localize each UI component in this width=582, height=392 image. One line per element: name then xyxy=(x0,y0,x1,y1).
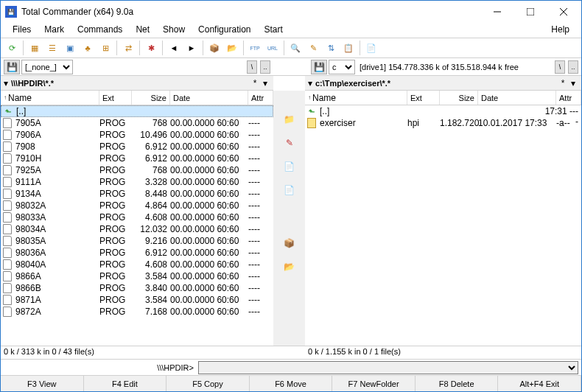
file-row[interactable]: 7925A PROG 768 00.00.0000 60:60 ---- xyxy=(1,164,273,176)
view-brief-icon[interactable]: ▦ xyxy=(27,40,43,56)
mid-move-icon[interactable]: 📄 xyxy=(281,182,298,198)
close-button[interactable] xyxy=(547,1,580,22)
file-row[interactable]: 98040A PROG 4.608 00.00.0000 60:60 ---- xyxy=(1,259,273,270)
notepad-icon[interactable]: 📄 xyxy=(363,40,379,56)
search-icon[interactable]: 🔍 xyxy=(287,40,304,56)
left-history-icon[interactable]: ▾ xyxy=(260,78,270,88)
right-col-ext[interactable]: Ext xyxy=(407,91,440,105)
right-drive-select[interactable]: c xyxy=(329,60,355,74)
file-row[interactable]: 98036A PROG 6.912 00.00.0000 60:60 ---- xyxy=(1,247,273,259)
file-row[interactable]: 9866B PROG 3.840 00.00.0000 60:60 ---- xyxy=(1,282,273,294)
cmdline-prompt: \\\HPDIR> xyxy=(4,363,195,372)
swap-panels-icon[interactable]: ⇄ xyxy=(120,40,136,56)
cmdline-input[interactable] xyxy=(198,361,578,374)
file-row[interactable]: exerciser hpi 1.182.720 10.01.2017 17:33… xyxy=(305,117,581,129)
updir-row[interactable]: ⬑ [..] 29.06.2017 17:31 ---- xyxy=(305,105,581,117)
f3-view[interactable]: F3 View xyxy=(1,376,84,391)
file-row[interactable]: 7910H PROG 6.912 00.00.0000 60:60 ---- xyxy=(1,153,273,164)
view-full-icon[interactable]: ☰ xyxy=(44,40,60,56)
right-favorites-icon[interactable]: * xyxy=(558,78,568,88)
left-path-dropdown-icon[interactable]: ▾ xyxy=(4,78,11,88)
mid-pack-icon[interactable]: 📦 xyxy=(281,235,298,251)
file-row[interactable]: 7906A PROG 10.496 00.00.0000 60:60 ---- xyxy=(1,129,273,141)
f6-move[interactable]: F6 Move xyxy=(250,376,333,391)
right-col-attr[interactable]: Attr xyxy=(556,91,581,105)
forward-icon[interactable]: ► xyxy=(183,40,200,56)
multirename-icon[interactable]: ✎ xyxy=(305,40,321,56)
file-row[interactable]: 98035A PROG 9.216 00.00.0000 60:60 ---- xyxy=(1,235,273,247)
right-history-icon[interactable]: ▾ xyxy=(568,78,578,88)
right-col-name[interactable]: ↑Name xyxy=(305,91,407,105)
back-icon[interactable]: ◄ xyxy=(166,40,182,56)
right-drive-info: [drive1] 154.778.336 k of 315.518.944 k … xyxy=(360,63,519,71)
left-up-button[interactable]: .. xyxy=(260,60,270,74)
mid-edit-icon[interactable]: ✎ xyxy=(281,135,298,151)
unpack-icon[interactable]: 📂 xyxy=(224,40,240,56)
file-row[interactable]: 9111A PROG 3.328 00.00.0000 60:60 ---- xyxy=(1,176,273,188)
copy-names-icon[interactable]: 📋 xyxy=(340,40,357,56)
sync-icon[interactable]: ⇅ xyxy=(323,40,339,56)
right-root-button[interactable]: \ xyxy=(555,60,565,74)
file-name: 7906A xyxy=(14,130,99,140)
url-icon[interactable]: URL xyxy=(264,40,281,56)
left-col-ext[interactable]: Ext xyxy=(99,91,132,105)
file-row[interactable]: 98033A PROG 4.608 00.00.0000 60:60 ---- xyxy=(1,211,273,223)
updir-row[interactable]: ⬑ [..] xyxy=(1,105,273,117)
menu-configuration[interactable]: Configuration xyxy=(192,23,256,38)
alt-f4-exit[interactable]: Alt+F4 Exit xyxy=(498,376,581,391)
maximize-button[interactable] xyxy=(513,1,547,22)
tree-icon[interactable]: ♣ xyxy=(80,40,96,56)
right-path-dropdown-icon[interactable]: ▾ xyxy=(308,78,315,88)
left-col-name[interactable]: ↑Name xyxy=(1,91,99,105)
file-size: 3.328 xyxy=(132,177,170,187)
left-root-button[interactable]: \ xyxy=(247,60,257,74)
menu-show[interactable]: Show xyxy=(157,23,191,38)
menu-commands[interactable]: Commands xyxy=(71,23,128,38)
right-up-button[interactable]: .. xyxy=(568,60,578,74)
left-col-size[interactable]: Size xyxy=(132,91,170,105)
file-row[interactable]: 98032A PROG 4.864 00.00.0000 60:60 ---- xyxy=(1,200,273,211)
file-attr: ---- xyxy=(248,118,273,128)
view-custom-icon[interactable]: ⊞ xyxy=(97,40,113,56)
menu-files[interactable]: Files xyxy=(7,23,37,38)
left-favorites-icon[interactable]: * xyxy=(250,78,260,88)
file-row[interactable]: 9872A PROG 7.168 00.00.0000 60:60 ---- xyxy=(1,306,273,318)
menu-start[interactable]: Start xyxy=(258,23,288,38)
refresh-icon[interactable]: ⟳ xyxy=(4,40,20,56)
file-row[interactable]: 7905A PROG 768 00.00.0000 60:60 ---- xyxy=(1,117,273,129)
right-drive-button[interactable]: 💾 xyxy=(311,60,327,74)
pack-icon[interactable]: 📦 xyxy=(206,40,222,56)
mid-newfolder-icon[interactable]: 📂 xyxy=(281,259,298,275)
left-filelist[interactable]: ⬑ [..] 7905A PROG 768 00.00.0000 60:60 -… xyxy=(1,105,273,346)
right-filelist[interactable]: ⬑ [..] 29.06.2017 17:31 ---- exerciser h… xyxy=(305,105,581,346)
invert-selection-icon[interactable]: ✱ xyxy=(143,40,159,56)
function-keys: F3 View F4 Edit F5 Copy F6 Move F7 NewFo… xyxy=(1,375,581,391)
right-col-date[interactable]: Date xyxy=(478,91,556,105)
left-drive-button[interactable]: 💾 xyxy=(4,60,20,74)
file-icon xyxy=(3,224,12,234)
right-path[interactable]: c:\Tmp\exerciser\*.* xyxy=(315,79,558,88)
f8-delete[interactable]: F8 Delete xyxy=(416,376,499,391)
mid-copy-icon[interactable]: 📄 xyxy=(281,158,298,175)
left-panel: ↑Name Ext Size Date Attr ⬑ [..] 7905A PR… xyxy=(1,91,273,346)
ftp-icon[interactable]: FTP xyxy=(247,40,263,56)
minimize-button[interactable] xyxy=(480,1,513,22)
f4-edit[interactable]: F4 Edit xyxy=(84,376,167,391)
menu-net[interactable]: Net xyxy=(130,23,155,38)
view-thumbs-icon[interactable]: ▣ xyxy=(62,40,78,56)
menu-help[interactable]: Help xyxy=(545,23,575,38)
file-row[interactable]: 9871A PROG 3.584 00.00.0000 60:60 ---- xyxy=(1,294,273,306)
left-col-attr[interactable]: Attr xyxy=(248,91,273,105)
f7-newfolder[interactable]: F7 NewFolder xyxy=(332,376,416,391)
file-row[interactable]: 9866A PROG 3.584 00.00.0000 60:60 ---- xyxy=(1,270,273,282)
f5-copy[interactable]: F5 Copy xyxy=(166,376,250,391)
menu-mark[interactable]: Mark xyxy=(38,23,70,38)
file-row[interactable]: 7908 PROG 6.912 00.00.0000 60:60 ---- xyxy=(1,141,273,153)
left-drive-select[interactable]: [_none_] xyxy=(21,60,73,74)
file-row[interactable]: 9134A PROG 8.448 00.00.0000 60:60 ---- xyxy=(1,188,273,200)
left-col-date[interactable]: Date xyxy=(170,91,248,105)
file-row[interactable]: 98034A PROG 12.032 00.00.0000 60:60 ---- xyxy=(1,223,273,235)
right-col-size[interactable]: Size xyxy=(440,91,478,105)
mid-folder-icon[interactable]: 📁 xyxy=(281,111,298,127)
left-path[interactable]: \\\HPDIR\*.* xyxy=(11,79,250,88)
